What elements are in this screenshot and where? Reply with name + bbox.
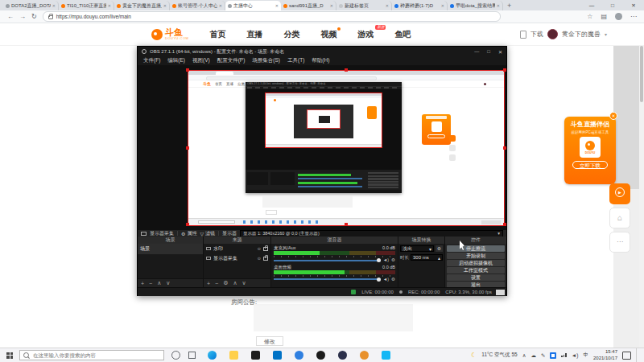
add-icon[interactable]: + xyxy=(141,281,144,286)
menu-scene-collection[interactable]: 场景集合(S) xyxy=(252,57,280,64)
browser-tab-ti10[interactable]: TI10_TI10正赛直播 ✕ xyxy=(59,1,114,10)
transition-select[interactable]: 淡出 ▾ xyxy=(400,245,434,252)
stop-streaming-button[interactable]: 停止推流 xyxy=(447,245,505,252)
move-up-icon[interactable]: ∧ xyxy=(233,280,237,286)
action-center-icon[interactable] xyxy=(622,352,631,360)
gear-icon[interactable]: ⚙ xyxy=(223,280,228,286)
search-input[interactable] xyxy=(31,352,160,359)
transitions-dock-title[interactable]: 场景转换 xyxy=(398,237,444,244)
float-home-button[interactable]: ⌂ xyxy=(609,208,630,228)
gear-icon[interactable]: ⚙ xyxy=(391,278,395,282)
douyu-logo[interactable]: 斗鱼 DOUYU.COM xyxy=(151,28,188,40)
promo-close-icon[interactable]: ✕ xyxy=(609,112,617,120)
float-record-button[interactable]: ▶ xyxy=(609,183,630,204)
settings-button[interactable]: 设置 xyxy=(447,274,505,281)
menu-file[interactable]: 文件(F) xyxy=(143,57,160,64)
back-icon[interactable]: ← xyxy=(7,13,14,20)
scene-list-item[interactable]: 场景 xyxy=(138,244,203,254)
duration-spinner[interactable]: 300 ms ▴ xyxy=(411,254,443,261)
volume-slider[interactable] xyxy=(274,260,381,261)
mail-icon[interactable] xyxy=(273,351,282,360)
scenes-dock-title[interactable]: 场景 xyxy=(138,237,203,244)
nav-category[interactable]: 分类 xyxy=(283,29,299,40)
add-icon[interactable]: + xyxy=(207,281,210,286)
studio-mode-button[interactable]: 工作室模式 xyxy=(447,267,505,274)
modify-button[interactable]: 修改 xyxy=(256,336,283,346)
nav-game[interactable]: 游戏新游 xyxy=(357,29,374,40)
obs-title-bar[interactable]: OBS 27.1.1 (64-bit, windows) - 配置文件: 未命名… xyxy=(138,47,506,56)
capture-handle[interactable] xyxy=(503,68,506,72)
sources-dock-title[interactable]: 来源 xyxy=(204,237,270,244)
room-announcement-textarea[interactable] xyxy=(254,304,413,331)
capture-handle[interactable] xyxy=(186,223,189,226)
remove-icon[interactable]: − xyxy=(215,281,218,286)
tab-close-icon[interactable]: ✕ xyxy=(330,3,333,8)
taskbar-clock[interactable]: 15:47 2021/10/17 xyxy=(593,349,617,360)
volume-slider-handle[interactable] xyxy=(377,258,381,262)
weather-text[interactable]: 11°C 空气优 55 xyxy=(481,352,517,359)
float-more-button[interactable]: ⋯ xyxy=(609,232,630,253)
store-icon[interactable] xyxy=(251,351,260,360)
obs-minimize-button[interactable]: — xyxy=(474,49,479,55)
app-icon[interactable] xyxy=(338,351,347,360)
menu-help[interactable]: 帮助(H) xyxy=(312,57,329,64)
obs-maximize-button[interactable]: □ xyxy=(487,49,490,55)
obs-capture-region[interactable]: 斗鱼 首页 直播 分类 视频 游戏 鱼吧 OBS 27.1.1 (64-bit,… xyxy=(188,70,505,226)
browser-tab-account[interactable]: 账号管理-个人中心 ✕ xyxy=(170,1,225,10)
obs-close-button[interactable]: ✕ xyxy=(498,49,502,55)
network-icon[interactable] xyxy=(561,353,567,357)
visibility-eye-icon[interactable]: ⊙ xyxy=(258,256,261,261)
spinner-arrows-icon[interactable]: ▴ xyxy=(438,255,440,261)
menu-edit[interactable]: 编辑(E) xyxy=(167,57,185,64)
start-button[interactable] xyxy=(0,352,19,359)
taskbar-search[interactable] xyxy=(19,350,164,360)
volume-icon[interactable]: ◄) xyxy=(572,352,579,358)
douyu-companion-icon[interactable] xyxy=(360,351,369,360)
close-button[interactable]: ✕ xyxy=(623,0,644,10)
user-avatar[interactable] xyxy=(547,29,558,39)
tab-close-icon[interactable]: ✕ xyxy=(52,3,56,8)
start-recording-button[interactable]: 开始录制 xyxy=(447,253,505,259)
promo-download-button[interactable]: 立即下载 xyxy=(572,161,608,169)
lock-icon[interactable] xyxy=(263,247,268,251)
tray-chevron-icon[interactable]: ∧ xyxy=(522,352,526,359)
speaker-icon[interactable]: ◄) xyxy=(383,258,389,263)
browser-profile-avatar[interactable] xyxy=(615,13,622,20)
favorites-icon[interactable]: ☆ xyxy=(587,13,592,20)
browser-tab-mushroom[interactable]: 种蘑种蘑(1·7)D ✕ xyxy=(392,1,448,10)
mixer-dock-title[interactable]: 混音器 xyxy=(271,237,398,244)
tab-close-icon[interactable]: ✕ xyxy=(386,3,389,8)
capture-handle[interactable] xyxy=(186,146,189,150)
tab-close-icon[interactable]: ✕ xyxy=(219,3,222,8)
controls-dock-title[interactable]: 控件 xyxy=(445,237,506,244)
move-up-icon[interactable]: ∧ xyxy=(157,280,161,286)
capture-handle[interactable] xyxy=(186,68,189,72)
onedrive-cloud-icon[interactable]: ☁ xyxy=(530,352,536,359)
move-down-icon[interactable]: ∨ xyxy=(166,280,170,286)
volume-slider[interactable] xyxy=(274,278,381,280)
cortana-icon[interactable] xyxy=(171,351,180,360)
browser-app-icon[interactable] xyxy=(295,351,303,360)
transition-gear-button[interactable]: ⚙ xyxy=(436,245,443,252)
download-link[interactable]: 下载 xyxy=(530,30,543,39)
tab-close-icon[interactable]: ✕ xyxy=(108,3,111,8)
source-row-watermark[interactable]: 水印 ⊙ xyxy=(204,244,270,253)
start-virtual-camera-button[interactable]: 启动虚拟摄像机 xyxy=(447,260,505,266)
capture-handle[interactable] xyxy=(503,223,506,226)
new-tab-button[interactable]: + xyxy=(507,2,511,10)
volume-slider-handle[interactable] xyxy=(377,278,381,282)
browser-tab-search[interactable]: 早啦dota_搜索结果_ ✕ xyxy=(448,1,503,10)
pen-icon[interactable]: ✎ xyxy=(541,352,545,359)
capture-handle[interactable] xyxy=(345,223,348,226)
capture-handle[interactable] xyxy=(503,146,506,150)
menu-view[interactable]: 视图(V) xyxy=(192,57,210,64)
tab-close-icon[interactable]: ✕ xyxy=(163,3,167,8)
input-indicator-icon[interactable] xyxy=(550,352,556,359)
file-explorer-icon[interactable] xyxy=(229,351,238,360)
show-desktop-button[interactable] xyxy=(636,348,640,362)
menu-profile[interactable]: 配置文件(P) xyxy=(217,57,246,64)
menu-tools[interactable]: 工具(T) xyxy=(287,57,304,64)
collections-icon[interactable]: ▤ xyxy=(601,13,607,20)
browser-tab-stream[interactable]: 黄金下的魔兽直播_D ✕ xyxy=(114,1,170,10)
nav-live[interactable]: 直播 xyxy=(246,29,262,40)
